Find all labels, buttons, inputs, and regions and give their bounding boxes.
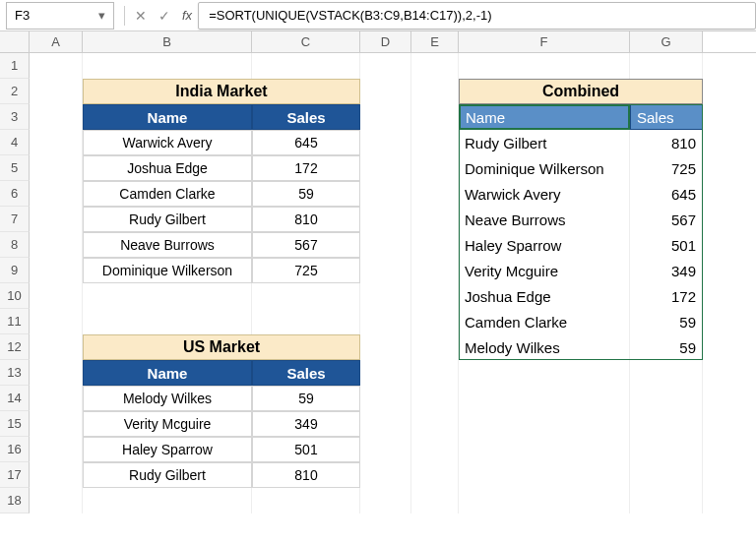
cell[interactable] — [411, 437, 459, 462]
fx-label[interactable]: fx — [182, 8, 192, 23]
cell[interactable] — [411, 462, 459, 488]
cell[interactable] — [30, 462, 83, 488]
cell[interactable] — [411, 258, 459, 283]
cell[interactable] — [411, 232, 459, 258]
cell[interactable] — [360, 488, 411, 513]
col-header-g[interactable]: G — [630, 31, 703, 52]
enter-icon[interactable]: ✓ — [153, 4, 176, 28]
cell[interactable] — [360, 79, 411, 104]
cell[interactable] — [411, 334, 459, 360]
row-header[interactable]: 17 — [0, 462, 30, 488]
cell[interactable] — [630, 437, 703, 462]
cell[interactable] — [411, 207, 459, 232]
row-header[interactable]: 5 — [0, 155, 30, 181]
us-sales-header[interactable]: Sales — [252, 360, 360, 386]
cell[interactable] — [630, 411, 703, 437]
row-header[interactable]: 13 — [0, 360, 30, 386]
cell[interactable] — [360, 437, 411, 462]
formula-input[interactable]: =SORT(UNIQUE(VSTACK(B3:C9,B14:C17)),2,-1… — [198, 2, 756, 30]
us-sales[interactable]: 810 — [252, 462, 360, 488]
cell[interactable] — [411, 309, 459, 334]
cell[interactable] — [30, 411, 83, 437]
cell[interactable] — [459, 386, 630, 411]
cell[interactable] — [630, 53, 703, 79]
combined-name[interactable]: Neave Burrows — [459, 207, 630, 232]
combined-name[interactable]: Melody Wilkes — [459, 334, 630, 360]
cell[interactable] — [30, 309, 83, 334]
us-name-header[interactable]: Name — [83, 360, 252, 386]
cell[interactable] — [360, 360, 411, 386]
cell[interactable] — [630, 386, 703, 411]
col-header-a[interactable]: A — [30, 31, 83, 52]
row-header[interactable]: 15 — [0, 411, 30, 437]
cell[interactable] — [360, 130, 411, 155]
combined-sales[interactable]: 59 — [630, 309, 703, 334]
cell[interactable] — [411, 283, 459, 309]
cell[interactable] — [252, 309, 360, 334]
row-header[interactable]: 7 — [0, 207, 30, 232]
cell[interactable] — [630, 360, 703, 386]
cell[interactable] — [360, 104, 411, 130]
cell[interactable] — [459, 488, 630, 513]
cell[interactable] — [630, 488, 703, 513]
india-name[interactable]: Camden Clarke — [83, 181, 252, 207]
row-header[interactable]: 1 — [0, 53, 30, 79]
cell[interactable] — [360, 207, 411, 232]
cell[interactable] — [30, 207, 83, 232]
india-name[interactable]: Warwick Avery — [83, 130, 252, 155]
us-sales[interactable]: 349 — [252, 411, 360, 437]
row-header[interactable]: 8 — [0, 232, 30, 258]
row-header[interactable]: 12 — [0, 334, 30, 360]
col-header-e[interactable]: E — [411, 31, 459, 52]
combined-sales[interactable]: 349 — [630, 258, 703, 283]
col-header-c[interactable]: C — [252, 31, 360, 52]
us-name[interactable]: Verity Mcguire — [83, 411, 252, 437]
cell[interactable] — [411, 360, 459, 386]
cell[interactable] — [459, 360, 630, 386]
col-header-d[interactable]: D — [360, 31, 411, 52]
cell[interactable] — [360, 309, 411, 334]
us-name[interactable]: Rudy Gilbert — [83, 462, 252, 488]
cell[interactable] — [459, 411, 630, 437]
cell[interactable] — [30, 53, 83, 79]
cell[interactable] — [360, 334, 411, 360]
combined-name[interactable]: Warwick Avery — [459, 181, 630, 207]
select-all-corner[interactable] — [0, 31, 30, 52]
india-name[interactable]: Joshua Edge — [83, 155, 252, 181]
cell[interactable] — [360, 155, 411, 181]
cell[interactable] — [30, 360, 83, 386]
cell[interactable] — [360, 386, 411, 411]
cell[interactable] — [630, 462, 703, 488]
cell[interactable] — [360, 411, 411, 437]
india-name[interactable]: Dominique Wilkerson — [83, 258, 252, 283]
cell[interactable] — [252, 283, 360, 309]
cell[interactable] — [360, 462, 411, 488]
combined-name-header[interactable]: Name — [459, 104, 630, 130]
cell[interactable] — [83, 283, 252, 309]
cell[interactable] — [30, 181, 83, 207]
cell[interactable] — [30, 488, 83, 513]
row-header[interactable]: 11 — [0, 309, 30, 334]
india-name[interactable]: Rudy Gilbert — [83, 207, 252, 232]
cell[interactable] — [411, 79, 459, 104]
cell[interactable] — [83, 488, 252, 513]
cell[interactable] — [411, 488, 459, 513]
combined-name[interactable]: Camden Clarke — [459, 309, 630, 334]
cell[interactable] — [459, 462, 630, 488]
combined-title[interactable]: Combined — [459, 79, 703, 104]
cell[interactable] — [411, 104, 459, 130]
cell[interactable] — [30, 283, 83, 309]
cell[interactable] — [30, 79, 83, 104]
cell[interactable] — [83, 309, 252, 334]
cancel-icon[interactable]: ✕ — [129, 4, 153, 28]
chevron-down-icon[interactable]: ▾ — [98, 8, 105, 23]
india-sales[interactable]: 59 — [252, 181, 360, 207]
india-sales[interactable]: 172 — [252, 155, 360, 181]
combined-name[interactable]: Dominique Wilkerson — [459, 155, 630, 181]
combined-name[interactable]: Joshua Edge — [459, 283, 630, 309]
cell[interactable] — [30, 130, 83, 155]
col-header-b[interactable]: B — [83, 31, 252, 52]
row-header[interactable]: 2 — [0, 79, 30, 104]
row-header[interactable]: 16 — [0, 437, 30, 462]
cell[interactable] — [83, 53, 252, 79]
